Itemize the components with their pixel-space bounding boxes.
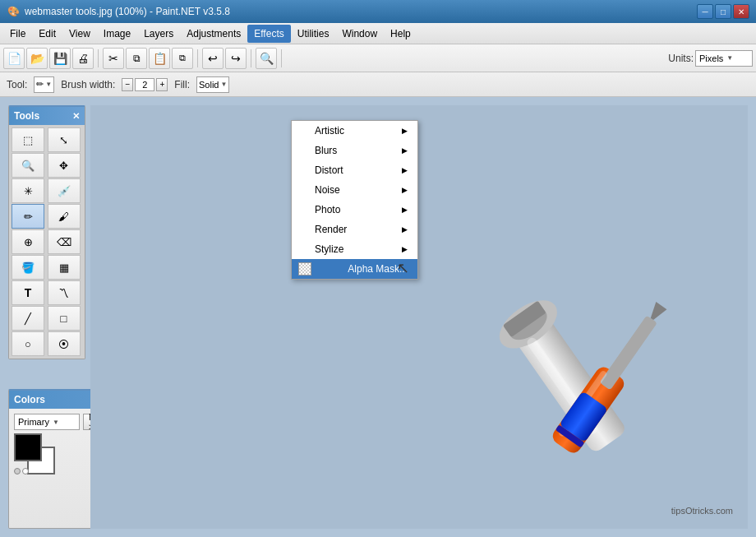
- copy-button[interactable]: ⧉: [126, 48, 147, 69]
- fill-value: Solid: [199, 80, 219, 90]
- effects-noise[interactable]: Noise ▶: [292, 180, 417, 200]
- dot1: [14, 468, 21, 475]
- stylize-arrow-icon: ▶: [402, 245, 408, 253]
- menu-window[interactable]: Window: [335, 25, 384, 43]
- effects-distort[interactable]: Distort ▶: [292, 160, 417, 180]
- paste-button[interactable]: 📋: [149, 48, 170, 69]
- tool-label: Tool:: [7, 79, 27, 90]
- color-mode-arrow-icon: ▼: [53, 419, 59, 426]
- tool-options-bar: Tool: ✏ ▼ Brush width: − 2 + Fill: Solid…: [0, 72, 756, 97]
- open-button[interactable]: 📂: [26, 48, 48, 69]
- dot2: [22, 468, 29, 475]
- tool-pencil[interactable]: ✏: [12, 204, 44, 229]
- duplicate-button[interactable]: ⧉: [172, 48, 193, 69]
- canvas-area: tipsOtricks.com: [90, 105, 748, 529]
- tool-move[interactable]: ✥: [48, 153, 81, 178]
- units-value: Pixels: [699, 53, 723, 63]
- cursor-icon: ↖: [397, 259, 409, 277]
- maximize-button[interactable]: □: [715, 4, 731, 19]
- fg-bg-colors: [14, 433, 55, 475]
- tool-bucket[interactable]: 🪣: [12, 255, 44, 280]
- artistic-arrow-icon: ▶: [402, 127, 408, 135]
- menu-edit[interactable]: Edit: [32, 25, 62, 43]
- zoom-button[interactable]: 🔍: [256, 48, 277, 69]
- new-button[interactable]: 📄: [3, 48, 25, 69]
- effects-blurs[interactable]: Blurs ▶: [292, 141, 417, 160]
- effects-stylize[interactable]: Stylize ▶: [292, 239, 417, 259]
- tool-brush[interactable]: 🖌: [48, 204, 81, 229]
- brush-width-label: Brush width:: [61, 79, 115, 90]
- title-bar: 🎨 webmaster tools.jpg (100%) - Paint.NET…: [0, 0, 756, 23]
- effects-render[interactable]: Render ▶: [292, 220, 417, 239]
- tool-shapes-v[interactable]: 〽: [48, 280, 81, 305]
- window-title: webmaster tools.jpg (100%) - Paint.NET v…: [25, 6, 697, 17]
- tool-zoom[interactable]: 🔍: [12, 153, 44, 178]
- tools-panel-close-icon[interactable]: ✕: [72, 111, 80, 122]
- foreground-color-swatch[interactable]: [14, 433, 42, 461]
- tool-dropdown-arrow-icon: ▼: [45, 81, 52, 88]
- distort-arrow-icon: ▶: [402, 166, 408, 174]
- color-mode-dropdown[interactable]: Primary ▼: [14, 414, 80, 430]
- fill-dropdown-arrow-icon: ▼: [220, 81, 227, 88]
- brush-width-increment[interactable]: +: [156, 78, 168, 91]
- print-button[interactable]: 🖨: [72, 48, 94, 69]
- menu-view[interactable]: View: [62, 25, 97, 43]
- tool-line[interactable]: ╱: [12, 306, 44, 331]
- tools-panel: Tools ✕ ⬚ ⤡ 🔍 ✥ ✳ 💉 ✏ 🖌 ⊕ ⌫ 🪣 ▦ T 〽 ╱ □ …: [8, 105, 85, 359]
- tool-eyedrop[interactable]: 💉: [48, 178, 81, 203]
- brush-width-value: 2: [135, 78, 154, 91]
- render-arrow-icon: ▶: [402, 225, 408, 234]
- svg-rect-6: [600, 315, 657, 390]
- cut-button[interactable]: ✂: [103, 48, 124, 69]
- tool-magic-wand[interactable]: ✳: [12, 178, 44, 203]
- tool-eraser[interactable]: ⌫: [48, 229, 81, 254]
- tool-type-icon: ✏: [36, 79, 44, 90]
- sep4: [281, 49, 282, 67]
- tool-select-rect[interactable]: ⬚: [12, 127, 44, 152]
- close-button[interactable]: ✕: [733, 4, 749, 19]
- tool-clone[interactable]: ⊕: [12, 229, 44, 254]
- effects-photo[interactable]: Photo ▶: [292, 200, 417, 220]
- main-area: Tools ✕ ⬚ ⤡ 🔍 ✥ ✳ 💉 ✏ 🖌 ⊕ ⌫ 🪣 ▦ T 〽 ╱ □ …: [0, 97, 756, 537]
- tools-grid: ⬚ ⤡ 🔍 ✥ ✳ 💉 ✏ 🖌 ⊕ ⌫ 🪣 ▦ T 〽 ╱ □ ○ ⦿: [9, 125, 85, 359]
- menu-help[interactable]: Help: [384, 25, 417, 43]
- menu-adjustments[interactable]: Adjustments: [180, 25, 247, 43]
- tool-freeform[interactable]: ⦿: [48, 331, 81, 356]
- save-button[interactable]: 💾: [49, 48, 71, 69]
- watermark: tipsOtricks.com: [671, 506, 733, 516]
- effects-alpha-mask[interactable]: Alpha Mask... ↖: [292, 259, 417, 279]
- window-controls: ─ □ ✕: [697, 4, 749, 19]
- units-arrow-icon: ▼: [726, 54, 733, 62]
- effects-dropdown-menu: Artistic ▶ Blurs ▶ Distort ▶ Noise ▶ Pho…: [291, 120, 418, 280]
- tool-select-lasso[interactable]: ⤡: [48, 127, 81, 152]
- minimize-button[interactable]: ─: [697, 4, 713, 19]
- menu-utilities[interactable]: Utilities: [291, 25, 336, 43]
- effects-artistic[interactable]: Artistic ▶: [292, 121, 417, 141]
- tool-rect-shape[interactable]: □: [48, 306, 81, 331]
- menu-image[interactable]: Image: [97, 25, 137, 43]
- tools-panel-header: Tools ✕: [9, 107, 85, 125]
- menu-file[interactable]: File: [3, 25, 32, 43]
- tool-type-dropdown[interactable]: ✏ ▼: [34, 76, 54, 93]
- menu-effects[interactable]: Effects: [247, 25, 290, 43]
- menu-layers[interactable]: Layers: [137, 25, 180, 43]
- units-select[interactable]: Pixels ▼: [695, 50, 753, 67]
- tool-gradient[interactable]: ▦: [48, 255, 81, 280]
- tool-ellipse[interactable]: ○: [12, 331, 44, 356]
- fill-label: Fill:: [174, 79, 190, 90]
- sep1: [98, 49, 99, 67]
- colors-panel-title: Colors: [14, 394, 45, 405]
- tools-panel-title: Tools: [14, 110, 39, 122]
- blurs-arrow-icon: ▶: [402, 146, 408, 155]
- tools-image: [452, 257, 715, 504]
- brush-width-decrement[interactable]: −: [122, 78, 133, 91]
- app-icon: 🎨: [7, 5, 20, 18]
- tool-text[interactable]: T: [12, 280, 44, 305]
- fill-dropdown[interactable]: Solid ▼: [196, 76, 229, 93]
- redo-button[interactable]: ↪: [225, 48, 247, 69]
- alpha-mask-icon: [298, 262, 311, 275]
- undo-button[interactable]: ↩: [202, 48, 224, 69]
- photo-arrow-icon: ▶: [402, 206, 408, 214]
- menu-bar: File Edit View Image Layers Adjustments …: [0, 23, 756, 44]
- brush-width-stepper[interactable]: − 2 +: [122, 78, 168, 91]
